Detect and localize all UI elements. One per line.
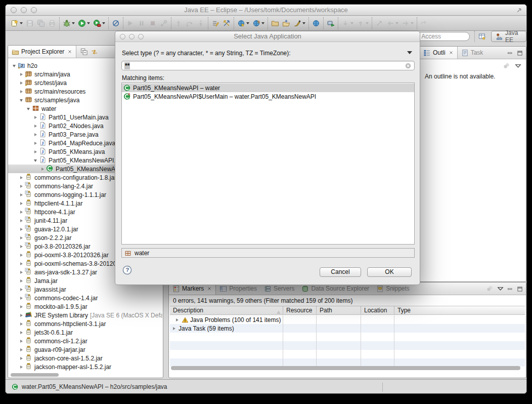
tree-item[interactable]: commons-httpclient-3.1.jar xyxy=(8,319,162,328)
disclosure-triangle-icon[interactable] xyxy=(18,366,24,369)
toolbar-skip-breakpoints-button[interactable] xyxy=(110,18,121,29)
maximize-view-button[interactable] xyxy=(517,50,523,56)
tree-item[interactable]: commons-cli-1.2.jar xyxy=(8,337,162,345)
tree-item[interactable]: commons-codec-1.4.jar xyxy=(8,294,162,302)
disclosure-triangle-icon[interactable] xyxy=(18,202,24,205)
disclosure-triangle-icon[interactable] xyxy=(32,133,38,136)
disclosure-triangle-icon[interactable] xyxy=(18,314,24,317)
close-icon[interactable] xyxy=(449,50,454,55)
matching-item[interactable]: Part05_KMeansNewAPI – water xyxy=(122,84,414,92)
disclosure-triangle-icon[interactable] xyxy=(18,219,24,222)
dialog-minimize-button[interactable] xyxy=(129,34,135,39)
disclosure-triangle-icon[interactable] xyxy=(18,348,24,351)
disclosure-triangle-icon[interactable] xyxy=(32,142,38,145)
dialog-close-button[interactable] xyxy=(120,34,125,39)
minimize-window-button[interactable] xyxy=(21,7,27,13)
column-header-resource[interactable]: Resource xyxy=(283,306,317,314)
link-with-editor-button[interactable] xyxy=(91,48,98,56)
clear-filter-icon[interactable] xyxy=(405,62,412,69)
column-header-path[interactable]: Path xyxy=(317,306,361,314)
disclosure-triangle-icon[interactable] xyxy=(18,245,24,248)
tree-item[interactable]: guava-r09-jarjar.jar xyxy=(8,345,162,354)
disclosure-triangle-icon[interactable] xyxy=(18,90,24,93)
dialog-zoom-button[interactable] xyxy=(138,34,144,39)
disclosure-triangle-icon[interactable] xyxy=(18,236,24,239)
java-ee-perspective-button[interactable]: Java EE xyxy=(491,31,526,42)
cancel-button[interactable]: Cancel xyxy=(320,267,361,277)
markers-row[interactable]: Java Problems (100 of 141 items) xyxy=(170,315,525,324)
disclosure-triangle-icon[interactable] xyxy=(18,73,24,76)
disclosure-triangle-icon[interactable] xyxy=(171,327,177,330)
window-titlebar[interactable]: Java EE – Eclipse – /Users/tomk/Document… xyxy=(6,5,526,16)
tree-item[interactable]: jets3t-0.6.1.jar xyxy=(8,328,162,337)
disclosure-triangle-icon[interactable] xyxy=(32,116,38,119)
column-header-location[interactable]: Location xyxy=(361,306,394,314)
dropdown-arrow-icon[interactable] xyxy=(246,22,249,24)
markers-hscrollbar[interactable] xyxy=(171,366,524,370)
disclosure-triangle-icon[interactable] xyxy=(18,305,24,308)
disclosure-triangle-icon[interactable] xyxy=(18,254,24,257)
dropdown-arrow-icon[interactable] xyxy=(395,22,398,24)
disclosure-triangle-icon[interactable] xyxy=(18,82,24,85)
disclosure-triangle-icon[interactable] xyxy=(25,107,31,110)
toolbar-filters-button[interactable] xyxy=(221,18,232,29)
disclosure-triangle-icon[interactable] xyxy=(18,288,24,291)
help-button[interactable]: ? xyxy=(122,265,132,277)
toolbar-web-browser-button[interactable] xyxy=(311,18,322,29)
disclosure-triangle-icon[interactable] xyxy=(18,98,24,102)
matching-item[interactable]: SPart05_KMeansNewAPI$UserMain – water.Pa… xyxy=(122,92,414,101)
dropdown-arrow-icon[interactable] xyxy=(102,22,105,24)
column-header-description[interactable]: Description xyxy=(170,306,283,314)
minimize-view-button[interactable] xyxy=(507,286,513,292)
tree-item[interactable]: jackson-mapper-asl-1.5.2.jar xyxy=(8,362,162,371)
disclosure-triangle-icon[interactable] xyxy=(11,64,17,67)
disclosure-triangle-icon[interactable] xyxy=(18,262,24,265)
scroll-thumb[interactable] xyxy=(171,366,520,370)
view-menu-icon[interactable] xyxy=(515,63,521,69)
markers-row[interactable]: Java Task (59 items) xyxy=(170,324,525,333)
toolbar-mark-occurrences-button[interactable] xyxy=(210,18,221,29)
toolbar-new-web-button[interactable] xyxy=(236,18,251,29)
close-icon[interactable] xyxy=(207,286,212,291)
column-header-type[interactable]: Type xyxy=(394,306,525,314)
ok-button[interactable]: OK xyxy=(367,267,412,277)
dialog-titlebar[interactable]: Select Java Application xyxy=(115,31,420,42)
disclosure-triangle-icon[interactable] xyxy=(39,168,46,171)
dropdown-arrow-icon[interactable] xyxy=(72,22,75,24)
tree-item[interactable]: JRE System Library[Java SE 6 (MacOS X De… xyxy=(8,311,162,319)
tree-item[interactable]: javassist.jar xyxy=(8,285,162,294)
toolbar-brush-button[interactable] xyxy=(292,18,307,29)
toolbar-new-note-button[interactable] xyxy=(9,18,24,29)
type-filter-input[interactable]: ** xyxy=(121,61,415,70)
dropdown-arrow-icon[interactable] xyxy=(411,22,414,24)
disclosure-triangle-icon[interactable] xyxy=(18,176,24,179)
toolbar-open-file-button[interactable] xyxy=(270,18,281,29)
tree-item[interactable]: jackson-core-asl-1.5.2.jar xyxy=(8,354,162,362)
dropdown-arrow-icon[interactable] xyxy=(261,22,264,24)
view-menu-icon[interactable] xyxy=(497,286,504,292)
scroll-thumb[interactable] xyxy=(11,373,59,377)
tab-project-explorer[interactable]: Project Explorer xyxy=(8,46,76,58)
disclosure-triangle-icon[interactable] xyxy=(174,318,180,321)
dialog-view-menu-icon[interactable] xyxy=(407,51,412,54)
dropdown-arrow-icon[interactable] xyxy=(366,22,369,24)
disclosure-triangle-icon[interactable] xyxy=(18,211,24,214)
close-window-button[interactable] xyxy=(11,7,17,13)
tab-task[interactable]: Task xyxy=(458,47,487,59)
disclosure-triangle-icon[interactable] xyxy=(32,158,38,162)
dropdown-arrow-icon[interactable] xyxy=(20,22,23,24)
disclosure-triangle-icon[interactable] xyxy=(32,150,38,153)
disclosure-triangle-icon[interactable] xyxy=(18,340,24,343)
dropdown-arrow-icon[interactable] xyxy=(302,22,305,24)
open-perspective-button[interactable] xyxy=(478,32,486,43)
zoom-window-button[interactable] xyxy=(31,7,37,13)
disclosure-triangle-icon[interactable] xyxy=(18,357,24,360)
toolbar-run-external-button[interactable] xyxy=(92,18,107,29)
explorer-hscrollbar[interactable] xyxy=(10,373,161,377)
disclosure-triangle-icon[interactable] xyxy=(18,271,24,274)
toolbar-import-button[interactable] xyxy=(281,18,292,29)
resize-icon[interactable] xyxy=(516,7,522,16)
collapse-all-button[interactable] xyxy=(80,48,88,56)
toolbar-run-button[interactable] xyxy=(76,18,92,29)
disclosure-triangle-icon[interactable] xyxy=(32,125,38,128)
